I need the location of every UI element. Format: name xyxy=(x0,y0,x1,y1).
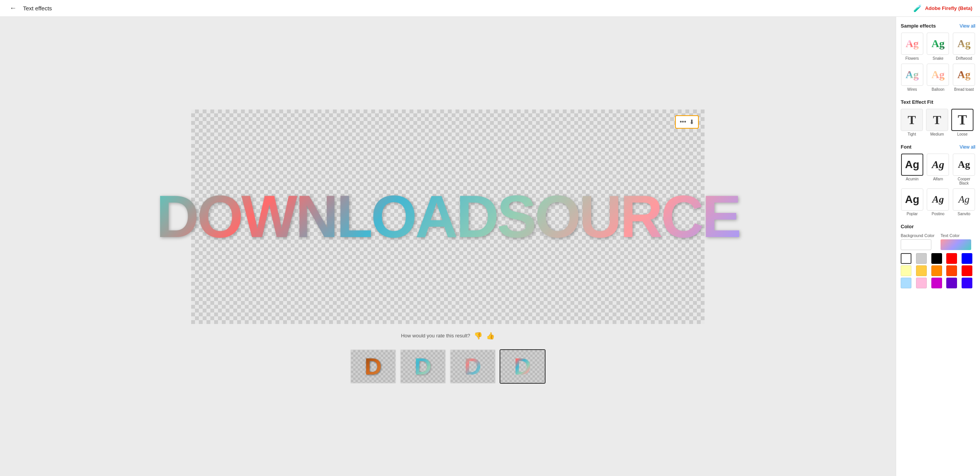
bg-color-label: Background Color xyxy=(901,233,934,238)
swatch-lightyellow[interactable] xyxy=(901,265,911,276)
fit-label-tight: Tight xyxy=(908,132,916,136)
color-section-header: Color xyxy=(901,224,975,229)
swatch-pink[interactable] xyxy=(916,278,927,288)
fit-T-loose: T xyxy=(958,112,967,128)
font-thumb-poplar: Ag xyxy=(901,188,923,211)
more-icon: ••• xyxy=(680,118,686,125)
font-thumb-alfarn: Ag xyxy=(927,154,949,176)
font-label-acumin: Acumin xyxy=(906,177,918,181)
thumbs-down-button[interactable]: 👎 xyxy=(474,332,482,340)
font-view-all[interactable]: View all xyxy=(960,144,975,150)
rating-row: How would you rate this result? 👎 👍 xyxy=(401,332,495,340)
thumbnail-1[interactable]: D xyxy=(350,349,396,384)
topbar-left: ← Text effects xyxy=(8,3,52,14)
effect-thumb-wires: Ag xyxy=(901,64,923,86)
effect-driftwood[interactable]: Ag Driftwood xyxy=(952,33,975,61)
beaker-icon: 🧪 xyxy=(913,4,922,13)
effect-flowers[interactable]: Ag Flowers xyxy=(901,33,924,61)
back-button[interactable]: ← xyxy=(8,3,18,14)
effect-label-driftwood: Driftwood xyxy=(956,56,972,61)
effect-thumb-flowers: Ag xyxy=(901,33,923,55)
swatch-black[interactable] xyxy=(931,253,942,264)
sample-effects-view-all[interactable]: View all xyxy=(960,23,975,29)
effect-wires[interactable]: Ag Wires xyxy=(901,64,924,92)
effect-label-wires: Wires xyxy=(907,87,917,92)
effect-thumb-driftwood: Ag xyxy=(953,33,975,55)
fit-label-medium: Medium xyxy=(930,132,944,136)
text-effect-fit-title: Text Effect Fit xyxy=(901,99,933,105)
font-cooper[interactable]: Ag Cooper Black xyxy=(952,154,975,185)
font-alfarn[interactable]: Ag Alfarn xyxy=(927,154,950,185)
text-color-group: Text Color xyxy=(941,233,971,250)
swatch-lightblue[interactable] xyxy=(901,278,911,288)
swatch-red[interactable] xyxy=(946,253,957,264)
thumb-letter-4: D xyxy=(514,353,531,380)
bg-color-preview[interactable] xyxy=(901,239,931,250)
fit-T-medium: T xyxy=(933,113,941,127)
topbar-right: 🧪 Adobe Firefly (Beta) xyxy=(913,4,972,13)
font-sanvito[interactable]: Ag Sanvito xyxy=(952,188,975,216)
bg-color-group: Background Color xyxy=(901,233,934,250)
effect-label-flowers: Flowers xyxy=(905,56,919,61)
download-button[interactable]: ⬇ xyxy=(689,118,694,126)
effect-balloon[interactable]: Ag Balloon xyxy=(927,64,950,92)
font-label-poplar: Poplar xyxy=(906,212,918,216)
font-ag-acumin: Ag xyxy=(905,159,919,171)
swatch-yellow[interactable] xyxy=(916,265,927,276)
text-color-preview[interactable] xyxy=(941,239,971,250)
swatch-white[interactable] xyxy=(901,253,911,264)
font-poplar[interactable]: Ag Poplar xyxy=(901,188,924,216)
fit-thumb-medium: T xyxy=(926,109,948,131)
effect-snake[interactable]: Ag Snake xyxy=(927,33,950,61)
swatch-purple[interactable] xyxy=(946,278,957,288)
font-acumin[interactable]: Ag Acumin xyxy=(901,154,924,185)
sample-effects-header: Sample effects View all xyxy=(901,23,975,29)
rating-question: How would you rate this result? xyxy=(401,333,470,339)
font-postino[interactable]: Ag Postino xyxy=(927,188,950,216)
sample-effects-section: Sample effects View all Ag Flowers Ag Sn… xyxy=(901,23,975,92)
swatch-darkblue[interactable] xyxy=(962,278,972,288)
fit-grid: T Tight T Medium T Loose xyxy=(901,109,975,136)
main-layout: DOWNLOADSOURCE ••• ⬇ How would you rate … xyxy=(0,17,980,476)
fit-tight[interactable]: T Tight xyxy=(901,109,923,136)
color-swatches xyxy=(901,253,975,288)
font-thumb-acumin: Ag xyxy=(901,154,923,176)
thumbs-up-button[interactable]: 👍 xyxy=(486,332,495,340)
thumbnails-row: D D D D xyxy=(350,349,546,384)
swatch-lightgray[interactable] xyxy=(916,253,927,264)
swatch-brightred[interactable] xyxy=(962,265,972,276)
color-section-title: Color xyxy=(901,224,914,229)
fit-loose[interactable]: T Loose xyxy=(951,109,973,136)
swatch-orange[interactable] xyxy=(931,265,942,276)
font-ag-cooper: Ag xyxy=(958,159,970,170)
thumbnail-2[interactable]: D xyxy=(400,349,446,384)
thumb-letter-1: D xyxy=(365,353,382,380)
effect-ag-flowers: Ag xyxy=(906,38,919,50)
thumbnail-4[interactable]: D xyxy=(500,349,546,384)
float-action-bar: ••• ⬇ xyxy=(675,115,699,129)
effect-bread[interactable]: Ag Bread toast xyxy=(952,64,975,92)
effect-label-bread: Bread toast xyxy=(954,87,974,92)
canvas-background: DOWNLOADSOURCE xyxy=(191,110,705,324)
font-ag-sanvito: Ag xyxy=(959,194,970,205)
more-options-button[interactable]: ••• xyxy=(680,118,686,125)
thumb-letter-2: D xyxy=(415,353,432,380)
swatch-blue[interactable] xyxy=(962,253,972,264)
font-section-header: Font View all xyxy=(901,144,975,150)
swatch-magenta[interactable] xyxy=(931,278,942,288)
thumb-letter-3: D xyxy=(464,353,482,380)
fit-medium[interactable]: T Medium xyxy=(926,109,948,136)
font-label-cooper: Cooper Black xyxy=(952,177,975,185)
font-grid: Ag Acumin Ag Alfarn Ag Cooper Black xyxy=(901,154,975,216)
sample-effects-title: Sample effects xyxy=(901,23,936,29)
font-label-alfarn: Alfarn xyxy=(933,177,943,181)
font-ag-poplar: Ag xyxy=(905,193,919,206)
effect-label-snake: Snake xyxy=(932,56,943,61)
thumbnail-3[interactable]: D xyxy=(450,349,496,384)
effect-ag-driftwood: Ag xyxy=(957,38,970,50)
font-label-sanvito: Sanvito xyxy=(957,212,970,216)
text-effect-fit-header: Text Effect Fit xyxy=(901,99,975,105)
swatch-darkorange[interactable] xyxy=(946,265,957,276)
effect-thumb-snake: Ag xyxy=(927,33,949,55)
fit-label-loose: Loose xyxy=(957,132,967,136)
